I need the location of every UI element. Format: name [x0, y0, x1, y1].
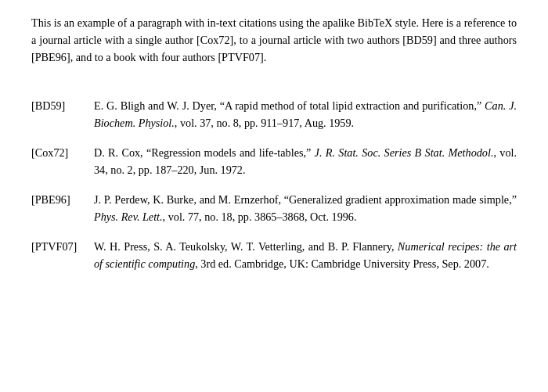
intro-paragraph: This is an example of a paragraph with i… [31, 14, 517, 66]
ref-label: [BD59] [31, 97, 94, 131]
ref-entry: [BD59]E. G. Bligh and W. J. Dyer, “A rap… [31, 97, 517, 131]
ref-label: [PTVF07] [31, 238, 94, 272]
ref-entry: [PTVF07]W. H. Press, S. A. Teukolsky, W.… [31, 238, 517, 272]
ref-label: [PBE96] [31, 191, 94, 225]
ref-content: D. R. Cox, “Regression models and life-t… [94, 144, 517, 178]
ref-label: [Cox72] [31, 144, 94, 178]
ref-entry: [Cox72]D. R. Cox, “Regression models and… [31, 144, 517, 178]
ref-content: W. H. Press, S. A. Teukolsky, W. T. Vett… [94, 238, 517, 272]
ref-content: E. G. Bligh and W. J. Dyer, “A rapid met… [94, 97, 517, 131]
ref-content: J. P. Perdew, K. Burke, and M. Ernzerhof… [94, 191, 517, 225]
references-section: [BD59]E. G. Bligh and W. J. Dyer, “A rap… [31, 97, 517, 272]
ref-entry: [PBE96]J. P. Perdew, K. Burke, and M. Er… [31, 191, 517, 225]
